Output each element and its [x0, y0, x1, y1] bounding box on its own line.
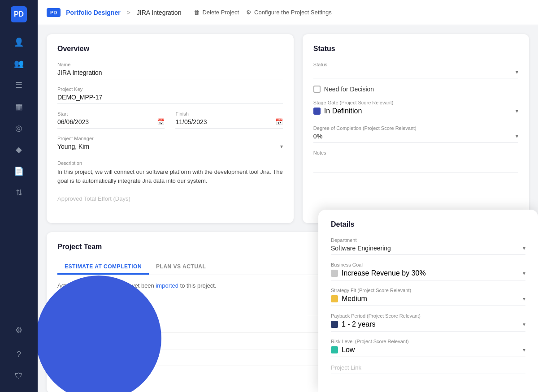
sidebar-icon-chart[interactable]: ▦ — [10, 98, 28, 116]
topbar-logo: PD — [47, 8, 61, 17]
start-value[interactable]: 06/06/2023 📅 — [57, 118, 165, 129]
details-overlay: Details Department Software Engineering … — [318, 210, 538, 392]
start-field: Start 06/06/2023 📅 — [57, 111, 165, 129]
finish-label: Finish — [175, 111, 282, 116]
payback-dropdown-icon: ▾ — [523, 321, 525, 327]
delete-label: Delete Project — [202, 9, 239, 16]
payback-value: 1 - 2 years — [342, 320, 376, 328]
details-panel: Details Department Software Engineering … — [318, 210, 538, 392]
completion-label: Degree of Completion (Project Score Rele… — [313, 125, 518, 131]
stage-gate-dropdown[interactable]: In Definition ▾ — [313, 107, 518, 118]
department-value: Software Engineering — [331, 245, 391, 252]
strategy-fit-dropdown[interactable]: Medium ▾ — [331, 295, 525, 306]
department-dropdown[interactable]: Software Engineering ▾ — [331, 245, 525, 255]
name-value[interactable]: JIRA Integration — [57, 69, 283, 79]
sidebar-icon-people[interactable]: 👥 — [10, 55, 28, 73]
tab-pva[interactable]: PLAN VS ACTUAL — [149, 260, 213, 275]
finish-value[interactable]: 11/05/2023 📅 — [175, 118, 282, 129]
notes-area[interactable]: Notes — [313, 150, 518, 172]
trash-icon: 🗑 — [194, 9, 200, 16]
stage-gate-label: Stage Gate (Project Score Relevant) — [313, 100, 518, 105]
payback-color-dot — [331, 321, 338, 328]
role-icon: 👤 — [57, 337, 65, 345]
strategy-fit-dropdown-icon: ▾ — [523, 296, 525, 302]
status-dropdown[interactable]: ▾ — [313, 69, 518, 78]
project-key-field: Project Key DEMO_MPP-17 — [57, 86, 283, 104]
strategy-fit-label: Strategy Fit (Project Score Relevant) — [331, 288, 525, 293]
delete-project-button[interactable]: 🗑 Delete Project — [194, 9, 239, 16]
need-decision-checkbox[interactable] — [313, 86, 321, 93]
project-link-placeholder[interactable]: Project Link — [331, 364, 525, 374]
sidebar-icon-shield[interactable]: 🛡 — [10, 367, 28, 385]
description-value[interactable]: In this project, we will connect our sof… — [57, 168, 283, 188]
completion-field: Degree of Completion (Project Score Rele… — [313, 125, 518, 143]
manager-field: Project Manager Young, Kim ▾ — [57, 136, 283, 153]
strategy-fit-field: Strategy Fit (Project Score Relevant) Me… — [331, 288, 525, 306]
sidebar-icon-settings[interactable]: ⚙ — [10, 321, 28, 339]
app-title: Portfolio Designer — [66, 9, 120, 16]
notes-label: Notes — [313, 150, 518, 155]
project-link-field: Project Link — [331, 364, 525, 374]
overview-card: Overview Name JIRA Integration Project K… — [47, 34, 294, 223]
stage-gate-color-dot — [313, 108, 321, 115]
status-title: Status — [313, 45, 518, 53]
project-key-value[interactable]: DEMO_MPP-17 — [57, 94, 283, 104]
business-goal-label: Business Goal — [331, 262, 525, 267]
stage-gate-value: In Definition — [324, 107, 362, 115]
risk-value: Low — [342, 346, 355, 354]
risk-dropdown-icon: ▾ — [523, 347, 525, 353]
configure-label: Configure the Project Settings — [254, 9, 332, 16]
payback-dropdown[interactable]: 1 - 2 years ▾ — [331, 320, 525, 332]
role-icon: 👤 — [57, 321, 65, 328]
department-label: Department — [331, 237, 525, 243]
sidebar-icon-sort[interactable]: ⇅ — [10, 184, 28, 202]
tab-eac[interactable]: ESTIMATE AT COMPLETION — [57, 260, 149, 275]
description-label: Description — [57, 160, 283, 166]
sidebar: PD 👤 👥 ☰ ▦ ◎ ◆ 📄 ⇅ ⚙ ? 🛡 — [0, 0, 38, 392]
payback-label: Payback Period (Project Score Relevant) — [331, 313, 525, 319]
role-name: Project Manager — [70, 354, 113, 361]
need-decision-label: Need for Decision — [324, 86, 374, 93]
department-dropdown-icon: ▾ — [523, 245, 525, 251]
app-logo[interactable]: PD — [11, 6, 27, 22]
configure-settings-button[interactable]: ⚙ Configure the Project Settings — [246, 9, 332, 16]
risk-field: Risk Level (Project Score Relevant) Low … — [331, 339, 525, 357]
description-field: Description In this project, we will con… — [57, 160, 283, 188]
completion-dropdown[interactable]: 0% ▾ — [313, 133, 518, 143]
name-label: Name — [57, 62, 283, 67]
topbar-actions: 🗑 Delete Project ⚙ Configure the Project… — [194, 9, 331, 16]
effort-field: Approved Total Effort (Days) — [57, 195, 283, 205]
name-field: Name JIRA Integration — [57, 62, 283, 79]
risk-dropdown[interactable]: Low ▾ — [331, 346, 525, 357]
sidebar-icon-document[interactable]: 📄 — [10, 162, 28, 180]
sidebar-icon-list[interactable]: ☰ — [10, 76, 28, 94]
dates-row: Start 06/06/2023 📅 Finish 11/05/2023 📅 — [57, 111, 283, 129]
sidebar-icon-help[interactable]: ? — [10, 345, 28, 363]
need-for-decision-row: Need for Decision — [313, 86, 518, 93]
status-field: Status ▾ — [313, 62, 518, 78]
risk-label: Risk Level (Project Score Relevant) — [331, 339, 525, 344]
business-goal-value: Increase Revenue by 30% — [342, 269, 426, 277]
page-title: JIRA Integration — [137, 9, 182, 16]
role-icon: 👤 — [57, 354, 65, 361]
department-field: Department Software Engineering ▾ — [331, 237, 525, 255]
business-goal-color-dot — [331, 270, 338, 277]
breadcrumb-sep: > — [127, 9, 130, 16]
sidebar-icon-diamond[interactable]: ◆ — [10, 141, 28, 159]
import-link[interactable]: imported — [156, 282, 178, 289]
sidebar-icon-target[interactable]: ◎ — [10, 119, 28, 137]
role-name: Developer - Senior — [70, 338, 119, 345]
effort-placeholder[interactable]: Approved Total Effort (Days) — [57, 195, 283, 205]
completion-value: 0% — [313, 133, 322, 140]
manager-value[interactable]: Young, Kim ▾ — [57, 143, 283, 153]
stage-gate-dropdown-icon: ▾ — [516, 108, 518, 114]
sidebar-icon-users[interactable]: 👤 — [10, 33, 28, 51]
stage-gate-field: Stage Gate (Project Score Relevant) In D… — [313, 100, 518, 118]
start-calendar-icon: 📅 — [157, 118, 165, 125]
status-card: Status Status ▾ Need for Decision Stage … — [303, 34, 529, 223]
business-goal-dropdown[interactable]: Increase Revenue by 30% ▾ — [331, 269, 525, 280]
status-dropdown-icon: ▾ — [516, 69, 518, 75]
strategy-fit-value: Medium — [342, 295, 367, 303]
completion-dropdown-icon: ▾ — [516, 133, 518, 139]
strategy-fit-color-dot — [331, 295, 338, 302]
